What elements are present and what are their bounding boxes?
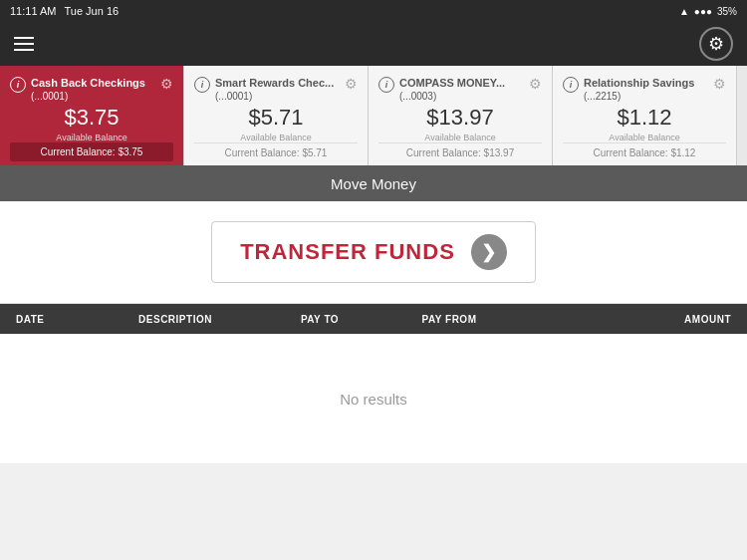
card-current-balance-2: Current Balance: $13.97 xyxy=(378,142,542,162)
card-available-label-3: Available Balance xyxy=(563,133,726,142)
info-icon-0[interactable]: i xyxy=(10,77,26,93)
signal-icon: ●●● xyxy=(694,6,712,17)
account-card-1[interactable]: i Smart Rewards Chec... (...0001) ⚙ $5.7… xyxy=(184,66,369,165)
settings-button[interactable]: ⚙ xyxy=(699,27,733,61)
card-current-balance-1: Current Balance: $5.71 xyxy=(194,142,358,162)
card-current-balance-3: Current Balance: $1.12 xyxy=(563,142,726,162)
info-icon-2[interactable]: i xyxy=(378,77,394,93)
hamburger-line1 xyxy=(14,37,34,39)
card-header-0: i Cash Back Checkings (...0001) ⚙ xyxy=(10,76,173,103)
card-title-1: Smart Rewards Chec... xyxy=(215,76,334,90)
info-icon-3[interactable]: i xyxy=(563,77,579,93)
card-current-balance-0: Current Balance: $3.75 xyxy=(10,142,173,161)
card-info-row-3: i Relationship Savings (...2215) xyxy=(563,76,694,103)
menu-button[interactable] xyxy=(14,37,34,51)
card-name-2: COMPASS MONEY... (...0003) xyxy=(399,76,505,103)
transfer-arrow-icon: ❯ xyxy=(471,234,507,270)
card-balance-3: $1.12 xyxy=(563,105,726,131)
card-number-1: (...0001) xyxy=(215,90,334,103)
account-card-2[interactable]: i COMPASS MONEY... (...0003) ⚙ $13.97 Av… xyxy=(369,66,553,165)
col-pay-from: PAY FROM xyxy=(384,314,514,325)
status-date: Tue Jun 16 xyxy=(64,5,119,17)
card-info-row-1: i Smart Rewards Chec... (...0001) xyxy=(194,76,334,103)
account-card-0[interactable]: i Cash Back Checkings (...0001) ⚙ $3.75 … xyxy=(0,66,184,165)
card-title-0: Cash Back Checkings xyxy=(31,76,145,90)
nav-bar: ⚙ xyxy=(0,22,747,66)
card-header-1: i Smart Rewards Chec... (...0001) ⚙ xyxy=(194,76,358,103)
card-available-label-0: Available Balance xyxy=(10,133,173,142)
card-available-label-2: Available Balance xyxy=(378,133,542,142)
card-number-0: (...0001) xyxy=(31,90,145,103)
no-results-message: No results xyxy=(340,391,407,408)
card-balance-2: $13.97 xyxy=(378,105,542,131)
transfer-section: TRANSFER FUNDS ❯ xyxy=(0,201,747,304)
table-body: No results xyxy=(0,334,747,463)
col-pay-to: PAY TO xyxy=(255,314,384,325)
card-gear-icon-1[interactable]: ⚙ xyxy=(345,76,358,92)
card-balance-1: $5.71 xyxy=(194,105,358,131)
card-info-row-0: i Cash Back Checkings (...0001) xyxy=(10,76,145,103)
card-name-1: Smart Rewards Chec... (...0001) xyxy=(215,76,334,103)
col-amount: AMOUNT xyxy=(514,314,731,325)
card-name-0: Cash Back Checkings (...0001) xyxy=(31,76,145,103)
card-number-3: (...2215) xyxy=(584,90,694,103)
account-card-3[interactable]: i Relationship Savings (...2215) ⚙ $1.12… xyxy=(553,66,737,165)
status-right: ▲ ●●● 35% xyxy=(679,6,737,17)
card-title-2: COMPASS MONEY... xyxy=(399,76,505,90)
hamburger-line2 xyxy=(14,43,34,45)
account-cards-row: i Cash Back Checkings (...0001) ⚙ $3.75 … xyxy=(0,66,747,165)
status-left: 11:11 AM Tue Jun 16 xyxy=(10,5,119,17)
status-time: 11:11 AM xyxy=(10,5,56,17)
battery-status: 35% xyxy=(717,6,737,17)
card-number-2: (...0003) xyxy=(399,90,505,103)
card-header-2: i COMPASS MONEY... (...0003) ⚙ xyxy=(378,76,542,103)
card-info-row-2: i COMPASS MONEY... (...0003) xyxy=(378,76,505,103)
wifi-icon: ▲ xyxy=(679,6,689,17)
col-description: DESCRIPTION xyxy=(96,314,255,325)
card-available-label-1: Available Balance xyxy=(194,133,358,142)
hamburger-line3 xyxy=(14,49,34,51)
card-gear-icon-3[interactable]: ⚙ xyxy=(713,76,726,92)
col-date: DATE xyxy=(16,314,96,325)
card-gear-icon-2[interactable]: ⚙ xyxy=(529,76,542,92)
card-title-3: Relationship Savings xyxy=(584,76,694,90)
info-icon-1[interactable]: i xyxy=(194,77,210,93)
card-gear-icon-0[interactable]: ⚙ xyxy=(160,76,173,92)
transfer-funds-button[interactable]: TRANSFER FUNDS ❯ xyxy=(211,221,536,283)
gear-icon: ⚙ xyxy=(708,33,724,55)
status-bar: 11:11 AM Tue Jun 16 ▲ ●●● 35% xyxy=(0,0,747,22)
card-balance-0: $3.75 xyxy=(10,105,173,131)
table-header: DATE DESCRIPTION PAY TO PAY FROM AMOUNT xyxy=(0,304,747,334)
card-name-3: Relationship Savings (...2215) xyxy=(584,76,694,103)
move-money-title: Move Money xyxy=(331,175,416,192)
card-header-3: i Relationship Savings (...2215) ⚙ xyxy=(563,76,726,103)
transfer-funds-label: TRANSFER FUNDS xyxy=(240,239,455,265)
move-money-header: Move Money xyxy=(0,165,747,201)
